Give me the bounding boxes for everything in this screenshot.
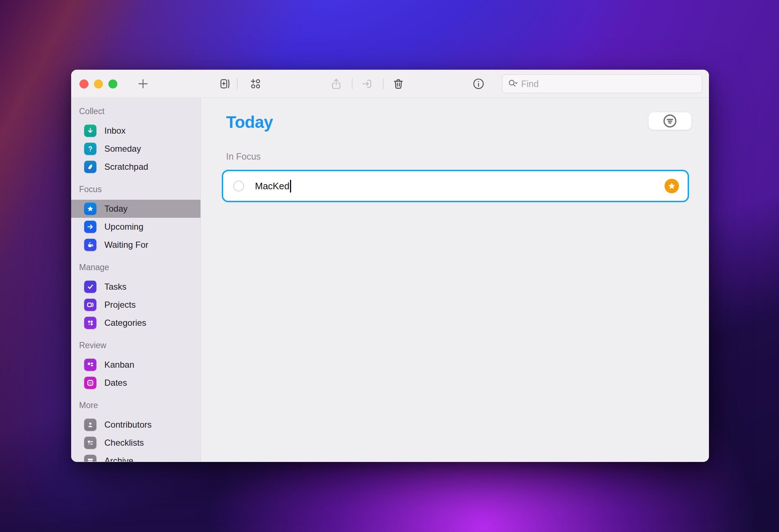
- search-input[interactable]: [521, 79, 697, 89]
- new-board-button[interactable]: [217, 76, 233, 92]
- minimize-window-button[interactable]: [94, 79, 103, 88]
- project-board-icon: [84, 299, 96, 311]
- move-to-button[interactable]: [359, 76, 375, 92]
- sidebar-section-collect: Collect: [71, 104, 200, 119]
- sidebar-item-categories[interactable]: Categories: [71, 314, 200, 332]
- add-task-button[interactable]: [135, 76, 151, 92]
- sidebar-section-focus: Focus: [71, 182, 200, 197]
- section-label: In Focus: [226, 151, 261, 162]
- person-icon: [84, 419, 96, 431]
- add-items-button[interactable]: [248, 76, 264, 92]
- question-mark-icon: [84, 143, 96, 155]
- task-checkbox-circle[interactable]: [233, 181, 244, 191]
- sidebar-item-someday[interactable]: Someday: [71, 140, 200, 158]
- move-to-icon: [361, 77, 374, 90]
- info-icon: [472, 77, 485, 90]
- arrow-right-icon: [84, 221, 96, 233]
- categories-circles-icon: [84, 317, 96, 329]
- sidebar-item-inbox[interactable]: Inbox: [71, 122, 200, 140]
- close-window-button[interactable]: [79, 79, 88, 88]
- share-icon: [330, 77, 343, 90]
- archive-icon: [84, 455, 96, 462]
- calendar-icon: [84, 377, 96, 389]
- sidebar-section-review: Review: [71, 338, 200, 353]
- coffee-cup-icon: [84, 239, 96, 251]
- app-window: Collect Inbox Someday Scratchpad Focus: [71, 70, 709, 462]
- toolbar: [71, 70, 709, 98]
- sidebar-item-contributors[interactable]: Contributors: [71, 416, 200, 434]
- search-icon: [507, 78, 518, 89]
- scribble-icon: [84, 161, 96, 173]
- share-button[interactable]: [328, 76, 344, 92]
- sidebar-item-archive[interactable]: Archive: [71, 452, 200, 462]
- sidebar-item-dates[interactable]: Dates: [71, 374, 200, 392]
- task-title-input[interactable]: MacKed: [255, 181, 289, 192]
- sidebar-item-projects[interactable]: Projects: [71, 296, 200, 314]
- delete-button[interactable]: [390, 76, 406, 92]
- kanban-board-icon: [84, 359, 96, 371]
- info-button[interactable]: [471, 76, 486, 92]
- task-row[interactable]: MacKed: [222, 170, 689, 202]
- sidebar-item-tasks[interactable]: Tasks: [71, 278, 200, 296]
- inbox-arrow-down-icon: [84, 125, 96, 137]
- plus-icon: [137, 78, 149, 90]
- sidebar: Collect Inbox Someday Scratchpad Focus: [71, 98, 201, 462]
- star-icon: [667, 181, 676, 191]
- toolbar-divider: [383, 78, 384, 89]
- text-cursor: [290, 180, 291, 193]
- zoom-window-button[interactable]: [108, 79, 117, 88]
- star-badge[interactable]: [665, 179, 679, 193]
- sidebar-section-manage: Manage: [71, 260, 200, 275]
- filter-button[interactable]: [648, 112, 692, 130]
- checklist-icon: [84, 437, 96, 449]
- trash-icon: [392, 77, 405, 90]
- sidebar-item-upcoming[interactable]: Upcoming: [71, 218, 200, 236]
- page-title: Today: [226, 112, 273, 132]
- search-field[interactable]: [502, 74, 702, 93]
- sidebar-section-more: More: [71, 398, 200, 413]
- filter-icon: [662, 113, 678, 129]
- sidebar-item-today[interactable]: Today: [71, 200, 200, 218]
- sidebar-item-kanban[interactable]: Kanban: [71, 356, 200, 374]
- checkmark-icon: [84, 281, 96, 293]
- sidebar-item-checklists[interactable]: Checklists: [71, 434, 200, 452]
- sidebar-item-scratchpad[interactable]: Scratchpad: [71, 158, 200, 176]
- main-content: Today In Focus MacKed: [201, 98, 709, 462]
- add-items-icon: [249, 77, 262, 90]
- toolbar-divider: [237, 78, 238, 89]
- toolbar-divider: [352, 78, 352, 89]
- star-icon: [84, 203, 96, 215]
- new-board-icon: [218, 77, 231, 90]
- sidebar-item-waiting-for[interactable]: Waiting For: [71, 236, 200, 254]
